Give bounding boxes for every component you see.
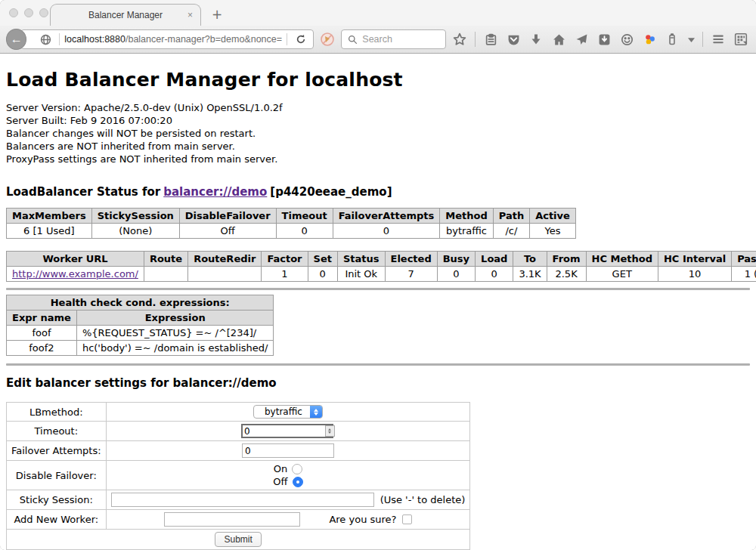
col-routeredir: RouteRedir (188, 252, 262, 267)
loadbalancer-status-heading: LoadBalancer Status forbalancer://demo[p… (6, 185, 750, 199)
menu-hamburger-icon[interactable] (709, 30, 727, 48)
server-info: Server Version: Apache/2.5.0-dev (Unix) … (6, 101, 750, 165)
number-spinner-icon[interactable] (325, 425, 335, 437)
are-you-sure-label: Are you sure? (329, 514, 396, 525)
balancer-demo-link[interactable]: balancer://demo (163, 185, 267, 199)
disable-failover-off-radio[interactable] (293, 477, 303, 487)
col-hc-interval: HC Interval (658, 252, 731, 267)
status-heading-prefix: LoadBalancer Status for (6, 185, 160, 199)
cell-passes: 1 (0) (732, 267, 756, 282)
url-text[interactable]: localhost:8880/balancer-manager?b=demo&n… (64, 34, 282, 45)
cell-load: 0 (476, 267, 513, 282)
col-active: Active (530, 209, 576, 224)
download-panel-icon[interactable] (595, 30, 613, 48)
form-row-disable-failover: Disable Failover: On Off (7, 461, 470, 490)
clipboard-icon[interactable] (482, 30, 500, 48)
col-busy: Busy (437, 252, 475, 267)
col-timeout: Timeout (276, 209, 333, 224)
table-header-row: Expr name Expression (7, 311, 274, 326)
table-header-row: Worker URL Route RouteRedir Factor Set S… (7, 252, 756, 267)
table-row: foof2 hc('body') =~ /domain is establish… (7, 341, 274, 356)
submit-button[interactable]: Submit (215, 532, 261, 547)
col-failoverattempts: FailoverAttempts (333, 209, 440, 224)
bookmark-star-icon[interactable] (451, 30, 469, 48)
overflow-caret-icon[interactable] (686, 30, 696, 48)
cell-failoverattempts: 0 (333, 224, 440, 239)
cell-expression: hc('body') =~ /domain is established/ (76, 341, 274, 356)
are-you-sure-checkbox[interactable] (402, 514, 412, 524)
search-placeholder: Search (362, 34, 392, 45)
section-divider (6, 288, 750, 290)
tab-balancer-manager[interactable]: Balancer Manager × (50, 4, 201, 26)
minimize-window-button[interactable] (24, 8, 33, 17)
globe-icon (36, 30, 54, 48)
col-stickysession: StickySession (91, 209, 179, 224)
timeout-input[interactable] (241, 424, 333, 438)
battery-extension-icon[interactable] (663, 30, 681, 48)
titlebar: Balancer Manager × + (0, 0, 756, 26)
sticky-session-hint: (Use '-' to delete) (380, 494, 466, 505)
url-domain: localhost:8880 (64, 34, 125, 45)
radio-off-label: Off (273, 476, 287, 487)
feedback-smiley-icon[interactable] (618, 30, 636, 48)
cell-to: 3.1K (513, 267, 547, 282)
failover-attempts-input[interactable] (242, 443, 334, 458)
cell-expr-name: foof (7, 326, 77, 341)
close-window-button[interactable] (9, 8, 18, 17)
cell-factor: 1 (262, 267, 308, 282)
form-row-timeout: Timeout: (7, 422, 470, 441)
search-bar[interactable]: Search (341, 29, 446, 49)
col-expr-name: Expr name (7, 311, 77, 326)
select-stepper-icon (310, 405, 322, 419)
send-plane-icon[interactable] (572, 30, 590, 48)
url-bar[interactable]: localhost:8880/balancer-manager?b=demo&n… (20, 29, 314, 49)
cell-timeout: 0 (276, 224, 333, 239)
form-row-sticky-session: Sticky Session: (Use '-' to delete) (7, 490, 470, 510)
form-row-submit: Submit (7, 530, 470, 550)
content-blocker-icon[interactable] (318, 30, 336, 48)
col-factor: Factor (262, 252, 308, 267)
col-load: Load (476, 252, 513, 267)
sticky-session-input[interactable] (111, 493, 374, 507)
add-worker-input[interactable] (164, 512, 300, 527)
info-persist: Balancer changes will NOT be persisted o… (6, 127, 750, 140)
edit-balancer-form: LBmethod: bytraffic Timeout: Failover At… (6, 402, 470, 550)
cell-route (144, 267, 187, 282)
reload-icon[interactable] (292, 30, 310, 48)
col-status: Status (337, 252, 385, 267)
home-icon[interactable] (550, 30, 568, 48)
pocket-icon[interactable] (504, 30, 522, 48)
worker-url-link[interactable]: http://www.example.com/ (12, 268, 138, 280)
lbmethod-select[interactable]: bytraffic (253, 405, 323, 419)
col-worker-url: Worker URL (7, 252, 144, 267)
downloads-arrow-icon[interactable] (527, 30, 545, 48)
cell-from: 2.5K (547, 267, 586, 282)
tab-title: Balancer Manager (88, 10, 163, 20)
colors-extension-icon[interactable] (640, 30, 658, 48)
info-proxypass: ProxyPass settings are NOT inherited fro… (6, 153, 750, 165)
toolbar-divider (475, 32, 476, 47)
col-passes: Passes (732, 252, 756, 267)
urlbar-divider (287, 33, 287, 45)
cell-path: /c/ (493, 224, 529, 239)
grid-extension-icon[interactable] (732, 30, 750, 48)
urlbar-divider (59, 33, 60, 45)
edit-balancer-heading: Edit balancer settings for balancer://de… (6, 376, 750, 390)
cell-routeredir (188, 267, 262, 282)
form-row-lbmethod: LBmethod: bytraffic (7, 403, 470, 422)
page-title: Load Balancer Manager for localhost (6, 69, 750, 91)
form-row-failover-attempts: Failover Attempts: (7, 441, 470, 461)
cell-hc-method: GET (586, 267, 658, 282)
cell-elected: 7 (385, 267, 437, 282)
col-set: Set (308, 252, 337, 267)
zoom-window-button[interactable] (39, 8, 48, 17)
window-controls (9, 8, 48, 17)
failover-attempts-label: Failover Attempts: (7, 441, 107, 461)
cell-expr-name: foof2 (7, 341, 77, 356)
new-tab-button[interactable]: + (212, 7, 222, 22)
table-row: foof %{REQUEST_STATUS} =~ /^[234]/ (7, 326, 274, 341)
server-built: Server Built: Feb 9 2016 07:00:20 (6, 114, 750, 127)
tab-close-icon[interactable]: × (187, 10, 193, 20)
disable-failover-on-radio[interactable] (292, 464, 302, 474)
cell-disablefailover: Off (179, 224, 276, 239)
